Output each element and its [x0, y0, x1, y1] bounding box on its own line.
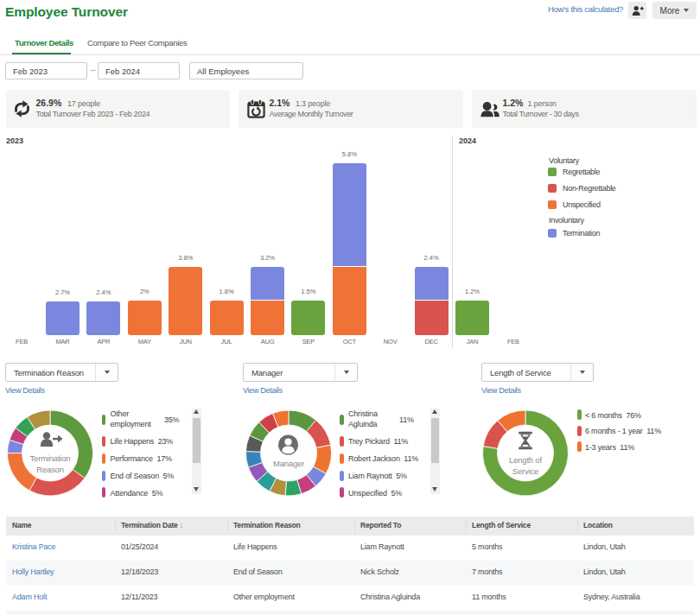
svg-text:Manager: Manager	[273, 459, 304, 468]
svg-text:Reason: Reason	[36, 465, 64, 474]
svg-text:Length of: Length of	[509, 455, 542, 465]
svg-text:Service: Service	[512, 466, 538, 476]
svg-text:Termination: Termination	[30, 453, 71, 463]
